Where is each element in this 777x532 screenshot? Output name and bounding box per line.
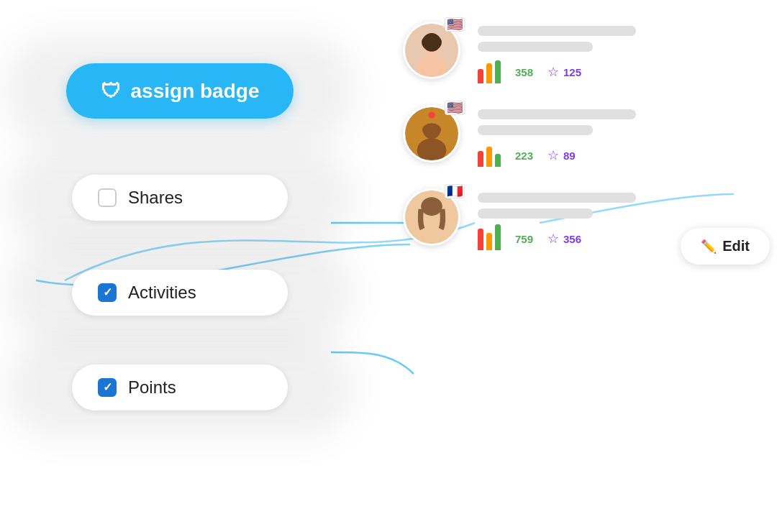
points-checkbox-item[interactable]: Points xyxy=(72,364,288,411)
star-value-2: 89 xyxy=(563,150,576,162)
shield-icon: 🛡 xyxy=(101,79,121,103)
activities-label: Activities xyxy=(128,283,196,303)
bar-chart-2 xyxy=(478,144,501,167)
activities-container: Activities xyxy=(29,249,331,336)
bar-2a xyxy=(478,151,483,167)
bar-1a xyxy=(478,69,483,83)
info-bar-detail-1 xyxy=(478,42,593,52)
flag-badge-2: 🇺🇸 xyxy=(445,101,465,115)
star-stat-1: ☆ 125 xyxy=(547,64,581,80)
svg-point-3 xyxy=(417,55,447,78)
info-bar-detail-2 xyxy=(478,125,593,135)
user-row-2: 🇺🇸 223 ☆ 89 xyxy=(403,105,748,167)
bar-chart-3 xyxy=(478,227,501,250)
user-info-1: 358 ☆ 125 xyxy=(478,22,748,83)
user-row-3: 🇫🇷 759 ☆ 356 ✏️ Edit xyxy=(403,188,748,250)
points-container: Points xyxy=(29,344,331,431)
info-bar-name-2 xyxy=(478,109,636,119)
edit-label: Edit xyxy=(722,238,750,254)
flag-badge-1: 🇺🇸 xyxy=(445,17,465,32)
activities-checkbox[interactable] xyxy=(98,283,117,302)
star-stat-3: ☆ 356 xyxy=(547,231,581,247)
bar-1c xyxy=(495,60,501,83)
avatar-container-3: 🇫🇷 xyxy=(403,188,460,246)
points-value-2: 223 xyxy=(515,150,533,162)
assign-badge-label: assign badge xyxy=(131,80,260,103)
bar-3b xyxy=(486,233,492,250)
star-icon-2: ☆ xyxy=(547,147,559,163)
activities-checkbox-item[interactable]: Activities xyxy=(72,270,288,316)
avatar-container-2: 🇺🇸 xyxy=(403,105,460,162)
stats-row-1: 358 ☆ 125 xyxy=(478,60,748,83)
stats-row-2: 223 ☆ 89 xyxy=(478,144,748,167)
points-value-1: 358 xyxy=(515,66,533,78)
svg-point-15 xyxy=(421,197,442,216)
star-value-3: 356 xyxy=(563,233,581,245)
assign-badge-container: 🛡 assign badge xyxy=(29,43,331,139)
shares-checkbox-item[interactable]: Shares xyxy=(72,175,288,221)
bar-2c xyxy=(495,154,501,167)
right-panel: 🇺🇸 358 ☆ 125 xyxy=(403,22,748,250)
bar-2b xyxy=(486,147,492,167)
avatar-container-1: 🇺🇸 xyxy=(403,22,460,79)
bar-3c xyxy=(495,224,501,250)
shares-label: Shares xyxy=(128,188,183,208)
shares-checkbox[interactable] xyxy=(98,188,117,207)
left-panel: 🛡 assign badge Shares Activities Points xyxy=(29,29,331,431)
svg-point-4 xyxy=(422,33,441,52)
star-icon-1: ☆ xyxy=(547,64,559,80)
svg-point-11 xyxy=(428,111,435,118)
edit-pencil-icon: ✏️ xyxy=(701,239,717,254)
user-row-1: 🇺🇸 358 ☆ 125 xyxy=(403,22,748,83)
points-label: Points xyxy=(128,377,176,398)
points-value-3: 759 xyxy=(515,233,533,245)
user-info-2: 223 ☆ 89 xyxy=(478,105,748,167)
edit-button[interactable]: ✏️ Edit xyxy=(681,228,770,265)
bar-3a xyxy=(478,229,483,250)
star-stat-2: ☆ 89 xyxy=(547,147,576,163)
svg-point-10 xyxy=(422,123,441,137)
flag-badge-3: 🇫🇷 xyxy=(445,184,465,198)
bar-chart-1 xyxy=(478,60,501,83)
bar-1b xyxy=(486,63,492,83)
info-bar-detail-3 xyxy=(478,208,593,219)
assign-badge-button[interactable]: 🛡 assign badge xyxy=(66,63,294,119)
points-checkbox[interactable] xyxy=(98,378,117,397)
svg-point-7 xyxy=(417,138,447,162)
shares-container: Shares xyxy=(29,155,331,241)
star-value-1: 125 xyxy=(563,66,581,78)
info-bar-name-3 xyxy=(478,193,636,203)
info-bar-name-1 xyxy=(478,26,636,36)
star-icon-3: ☆ xyxy=(547,231,559,247)
